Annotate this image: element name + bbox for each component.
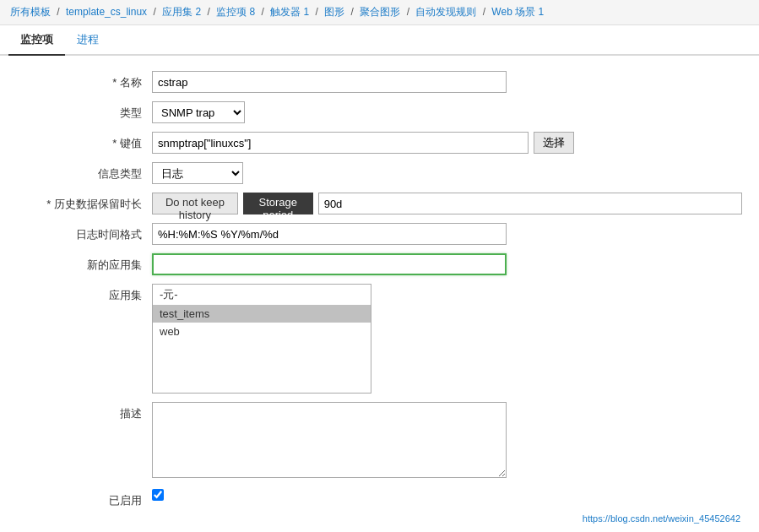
app-listbox[interactable]: -元- test_items web bbox=[152, 284, 371, 394]
history-value-input[interactable] bbox=[318, 193, 742, 214]
name-label: * 名称 bbox=[17, 71, 152, 90]
list-item[interactable]: -元- bbox=[153, 285, 371, 305]
type-select[interactable]: SNMP trap Zabbix agent SNMP v1 SNMP v2 bbox=[152, 101, 245, 123]
desc-textarea[interactable] bbox=[152, 402, 507, 478]
breadcrumb-appset[interactable]: 应用集 2 bbox=[162, 6, 201, 18]
new-app-row: 新的应用集 bbox=[17, 253, 742, 275]
info-type-row: 信息类型 日志 数字(无符号) 数字(浮点) 字符 文本 bbox=[17, 162, 742, 184]
enabled-label: 已启用 bbox=[17, 489, 152, 508]
breadcrumb-trigger[interactable]: 触发器 1 bbox=[270, 6, 309, 18]
app-list-row: 应用集 -元- test_items web bbox=[17, 284, 742, 394]
type-label: 类型 bbox=[17, 101, 152, 121]
storage-period-button[interactable]: Storage period bbox=[243, 193, 313, 214]
info-type-label: 信息类型 bbox=[17, 162, 152, 182]
tab-navigation: 监控项 进程 bbox=[0, 25, 759, 56]
type-row: 类型 SNMP trap Zabbix agent SNMP v1 SNMP v… bbox=[17, 101, 742, 123]
new-app-input[interactable] bbox=[152, 253, 507, 275]
breadcrumb-agg-graph[interactable]: 聚合图形 bbox=[360, 6, 400, 18]
tab-process[interactable]: 进程 bbox=[65, 25, 111, 56]
key-input[interactable] bbox=[152, 132, 529, 154]
breadcrumb-all-templates[interactable]: 所有模板 bbox=[10, 6, 51, 18]
log-format-row: 日志时间格式 bbox=[17, 223, 742, 245]
log-format-label: 日志时间格式 bbox=[17, 223, 152, 242]
name-row: * 名称 bbox=[17, 71, 742, 93]
log-format-input[interactable] bbox=[152, 223, 507, 245]
app-list-label: 应用集 bbox=[17, 284, 152, 303]
name-input[interactable] bbox=[152, 71, 507, 93]
tab-monitor[interactable]: 监控项 bbox=[8, 25, 65, 56]
breadcrumb: 所有模板 / template_cs_linux / 应用集 2 / 监控项 8… bbox=[0, 0, 759, 25]
history-label: * 历史数据保留时长 bbox=[17, 193, 152, 212]
list-item[interactable]: test_items bbox=[153, 305, 371, 323]
enabled-checkbox[interactable] bbox=[152, 489, 164, 501]
form-container: * 名称 类型 SNMP trap Zabbix agent SNMP v1 S… bbox=[0, 56, 759, 532]
key-select-button[interactable]: 选择 bbox=[534, 132, 574, 154]
history-row: * 历史数据保留时长 Do not keep history Storage p… bbox=[17, 193, 742, 214]
new-app-label: 新的应用集 bbox=[17, 253, 152, 273]
info-type-select[interactable]: 日志 数字(无符号) 数字(浮点) 字符 文本 bbox=[152, 162, 243, 184]
enabled-row: 已启用 bbox=[17, 489, 742, 508]
footer-link[interactable]: https://blog.csdn.net/weixin_45452642 bbox=[572, 510, 751, 527]
key-label: * 键值 bbox=[17, 132, 152, 151]
breadcrumb-monitor[interactable]: 监控项 8 bbox=[216, 6, 255, 18]
breadcrumb-web[interactable]: Web 场景 1 bbox=[491, 6, 544, 18]
breadcrumb-discovery[interactable]: 自动发现规则 bbox=[415, 6, 476, 18]
breadcrumb-graph[interactable]: 图形 bbox=[324, 6, 344, 18]
breadcrumb-template[interactable]: template_cs_linux bbox=[66, 6, 147, 18]
no-keep-history-button[interactable]: Do not keep history bbox=[152, 193, 238, 214]
key-row: * 键值 选择 bbox=[17, 132, 742, 154]
desc-label: 描述 bbox=[17, 402, 152, 421]
list-item[interactable]: web bbox=[153, 323, 371, 340]
desc-row: 描述 bbox=[17, 402, 742, 480]
